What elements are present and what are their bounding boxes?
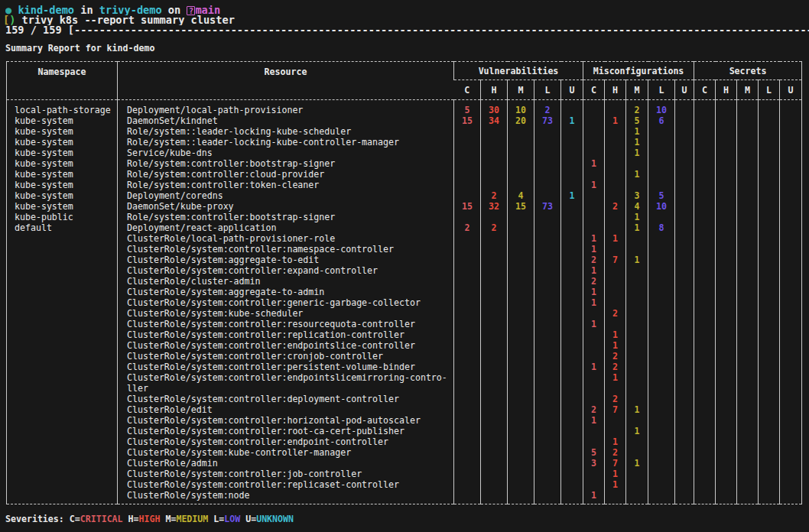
count-cell bbox=[759, 265, 780, 276]
count-cell bbox=[561, 394, 583, 404]
count-cell: 2 bbox=[605, 447, 626, 458]
resource-cell: Role/system:controller:bootstrap-signer bbox=[118, 158, 454, 169]
count-cell: 4 bbox=[626, 201, 648, 212]
count-cell: 1 bbox=[583, 244, 605, 255]
count-cell bbox=[626, 490, 648, 504]
count-cell bbox=[583, 201, 605, 212]
count-cell bbox=[481, 394, 508, 404]
namespace-cell bbox=[7, 490, 118, 504]
table-row: kube-systemDaemonSet/kindnet153420731156 bbox=[7, 115, 802, 126]
count-cell bbox=[675, 479, 694, 490]
in-word: in bbox=[80, 5, 93, 15]
count-cell bbox=[454, 394, 481, 404]
count-cell: 2 bbox=[605, 362, 626, 372]
count-cell bbox=[694, 490, 716, 504]
count-cell bbox=[648, 169, 675, 180]
count-cell bbox=[454, 148, 481, 158]
count-cell bbox=[759, 276, 780, 287]
count-cell bbox=[648, 148, 675, 158]
count-cell: 73 bbox=[534, 115, 561, 126]
count-cell bbox=[454, 255, 481, 265]
namespace-cell: kube-system bbox=[7, 126, 118, 137]
count-cell bbox=[694, 100, 716, 116]
count-cell bbox=[716, 158, 737, 169]
count-cell bbox=[759, 329, 780, 340]
count-cell: 1 bbox=[561, 115, 583, 126]
resource-cell: ClusterRole/system:controller:endpointsl… bbox=[118, 340, 454, 351]
resource-cell: ClusterRole/system:controller:root-ca-ce… bbox=[118, 426, 454, 436]
legend-key: L= bbox=[213, 514, 224, 524]
summary-table: NamespaceResourceVulnerabilitiesMisconfi… bbox=[6, 61, 802, 504]
table-row: ClusterRole/system:controller:namespace-… bbox=[7, 244, 802, 255]
count-cell bbox=[780, 180, 802, 190]
count-cell: 2 bbox=[583, 276, 605, 287]
severity-col-header: L bbox=[534, 80, 561, 100]
count-cell bbox=[534, 329, 561, 340]
count-cell bbox=[675, 436, 694, 447]
count-cell: 1 bbox=[605, 233, 626, 244]
count-cell bbox=[694, 287, 716, 297]
count-cell bbox=[583, 100, 605, 116]
count-cell bbox=[561, 222, 583, 233]
namespace-cell: kube-system bbox=[7, 137, 118, 148]
count-cell bbox=[481, 426, 508, 436]
count-cell: 1 bbox=[605, 479, 626, 490]
count-cell bbox=[759, 244, 780, 255]
resource-cell: ClusterRole/edit bbox=[118, 404, 454, 415]
count-cell bbox=[780, 340, 802, 351]
count-cell: 1 bbox=[626, 458, 648, 469]
count-cell bbox=[737, 447, 759, 458]
count-cell bbox=[481, 148, 508, 158]
count-cell bbox=[605, 265, 626, 276]
resource-cell: ClusterRole/system:node bbox=[118, 490, 454, 504]
count-cell bbox=[780, 201, 802, 212]
count-cell bbox=[694, 115, 716, 126]
count-cell bbox=[648, 415, 675, 426]
count-cell bbox=[626, 479, 648, 490]
count-cell bbox=[675, 447, 694, 458]
count-cell: 10 bbox=[648, 201, 675, 212]
count-cell bbox=[534, 126, 561, 137]
count-cell bbox=[508, 265, 534, 276]
legend-value: CRITICAL bbox=[80, 514, 123, 524]
count-cell bbox=[694, 265, 716, 276]
count-cell bbox=[626, 340, 648, 351]
count-cell bbox=[508, 169, 534, 180]
count-cell bbox=[534, 276, 561, 287]
count-cell bbox=[534, 394, 561, 404]
count-cell bbox=[716, 244, 737, 255]
count-cell bbox=[583, 169, 605, 180]
count-cell bbox=[534, 212, 561, 222]
namespace-cell bbox=[7, 469, 118, 479]
count-cell bbox=[759, 426, 780, 436]
count-cell bbox=[737, 426, 759, 436]
count-cell bbox=[508, 308, 534, 319]
count-cell bbox=[561, 158, 583, 169]
count-cell bbox=[737, 469, 759, 479]
count-cell: 1 bbox=[626, 126, 648, 137]
count-cell bbox=[737, 436, 759, 447]
count-cell bbox=[561, 244, 583, 255]
count-cell bbox=[675, 329, 694, 340]
count-cell bbox=[716, 469, 737, 479]
count-cell bbox=[694, 372, 716, 394]
count-cell bbox=[648, 404, 675, 415]
group-header: Misconfigurations bbox=[583, 62, 694, 80]
severity-col-header: C bbox=[583, 80, 605, 100]
namespace-header: Namespace bbox=[7, 62, 118, 100]
count-cell bbox=[737, 490, 759, 504]
count-cell bbox=[454, 340, 481, 351]
count-cell bbox=[737, 233, 759, 244]
count-cell bbox=[780, 287, 802, 297]
table-row: ClusterRole/system:controller:generic-ga… bbox=[7, 297, 802, 308]
table-row: ClusterRole/system:node1 bbox=[7, 490, 802, 504]
severity-col-header: L bbox=[648, 80, 675, 100]
count-cell bbox=[508, 297, 534, 308]
count-cell bbox=[675, 265, 694, 276]
terminal-window[interactable]: ● kind-demo in trivy-demo on ?main [) tr… bbox=[0, 0, 809, 532]
count-cell bbox=[716, 447, 737, 458]
progress-bar: [---------------------------------------… bbox=[68, 25, 809, 35]
count-cell: 2 bbox=[481, 190, 508, 201]
count-cell bbox=[694, 244, 716, 255]
count-cell bbox=[561, 265, 583, 276]
